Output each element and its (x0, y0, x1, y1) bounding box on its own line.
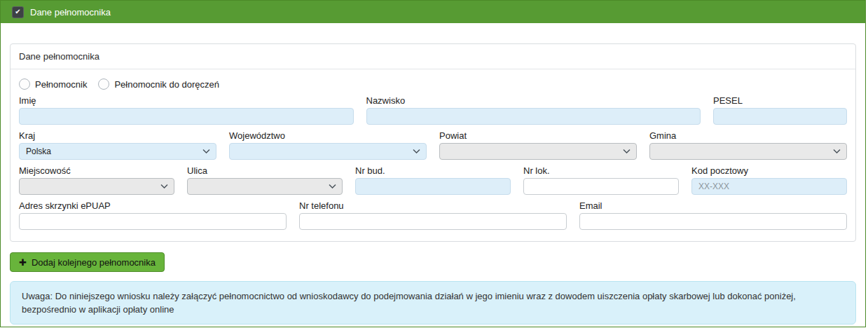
section-toggle-bar[interactable]: ✔ Dane pełnomocnika (1, 1, 865, 23)
epuap-input[interactable] (19, 213, 287, 230)
radio-pelnomocnik[interactable]: Pełnomocnik (19, 78, 87, 90)
imie-input[interactable] (19, 108, 354, 125)
gmina-select[interactable] (649, 143, 847, 160)
add-attorney-button-label: Dodaj kolejnego pełnomocnika (32, 257, 156, 268)
nr-lok-input[interactable] (523, 178, 679, 195)
notice-box: Uwaga: Do niniejszego wniosku należy zał… (10, 281, 856, 324)
powiat-select[interactable] (439, 143, 637, 160)
add-attorney-button[interactable]: ✚ Dodaj kolejnego pełnomocnika (10, 252, 165, 272)
kod-pocztowy-label: Kod pocztowy (691, 165, 847, 176)
section-checkbox[interactable]: ✔ (12, 6, 24, 18)
row-contact: Adres skrzynki ePUAP Nr telefonu Email (19, 200, 847, 230)
imie-label: Imię (19, 95, 354, 106)
row-name: Imię Nazwisko PESEL (19, 95, 847, 125)
nr-telefonu-input[interactable] (299, 213, 567, 230)
radio-circle-icon (98, 78, 109, 90)
notice-text: Uwaga: Do niniejszego wniosku należy zał… (22, 291, 796, 315)
pesel-label: PESEL (713, 95, 847, 106)
kod-pocztowy-input[interactable] (691, 178, 847, 195)
wojewodztwo-select[interactable] (229, 143, 427, 160)
nr-bud-label: Nr bud. (355, 165, 511, 176)
radio-pelnomocnik-do-doreczen[interactable]: Pełnomocnik do doręczeń (98, 78, 219, 90)
nr-lok-label: Nr lok. (523, 165, 679, 176)
email-label: Email (579, 200, 847, 211)
plus-icon: ✚ (19, 258, 27, 267)
checkmark-icon: ✔ (15, 8, 20, 15)
row-address: Miejscowość Ulica (19, 165, 847, 195)
attorney-panel: Dane pełnomocnika Pełnomocnik Pełnomocni… (10, 43, 856, 242)
email-input[interactable] (579, 213, 847, 230)
powiat-label: Powiat (439, 130, 637, 141)
radio-circle-icon (19, 78, 30, 90)
epuap-label: Adres skrzynki ePUAP (19, 200, 287, 211)
nazwisko-input[interactable] (366, 108, 701, 125)
attorney-section: ✔ Dane pełnomocnika Dane pełnomocnika Pe… (0, 0, 866, 327)
miejscowosc-select[interactable] (19, 178, 174, 195)
pesel-input[interactable] (713, 108, 847, 125)
nr-telefonu-label: Nr telefonu (299, 200, 567, 211)
ulica-select[interactable] (187, 178, 343, 195)
row-region: Kraj Polska Województwo (19, 130, 847, 160)
wojewodztwo-label: Województwo (229, 130, 427, 141)
nazwisko-label: Nazwisko (366, 95, 701, 106)
miejscowosc-label: Miejscowość (19, 165, 174, 176)
ulica-label: Ulica (187, 165, 343, 176)
radio-pelnomocnik-label: Pełnomocnik (35, 79, 87, 90)
kraj-label: Kraj (19, 130, 216, 141)
radio-pelnomocnik-do-doreczen-label: Pełnomocnik do doręczeń (114, 79, 219, 90)
nr-bud-input[interactable] (355, 178, 511, 195)
panel-body: Pełnomocnik Pełnomocnik do doręczeń Imię… (11, 69, 855, 241)
panel-title: Dane pełnomocnika (11, 44, 855, 69)
attorney-type-radio-group: Pełnomocnik Pełnomocnik do doręczeń (19, 78, 847, 90)
gmina-label: Gmina (649, 130, 847, 141)
section-toggle-label: Dane pełnomocnika (30, 7, 111, 18)
kraj-select[interactable]: Polska (19, 143, 216, 160)
